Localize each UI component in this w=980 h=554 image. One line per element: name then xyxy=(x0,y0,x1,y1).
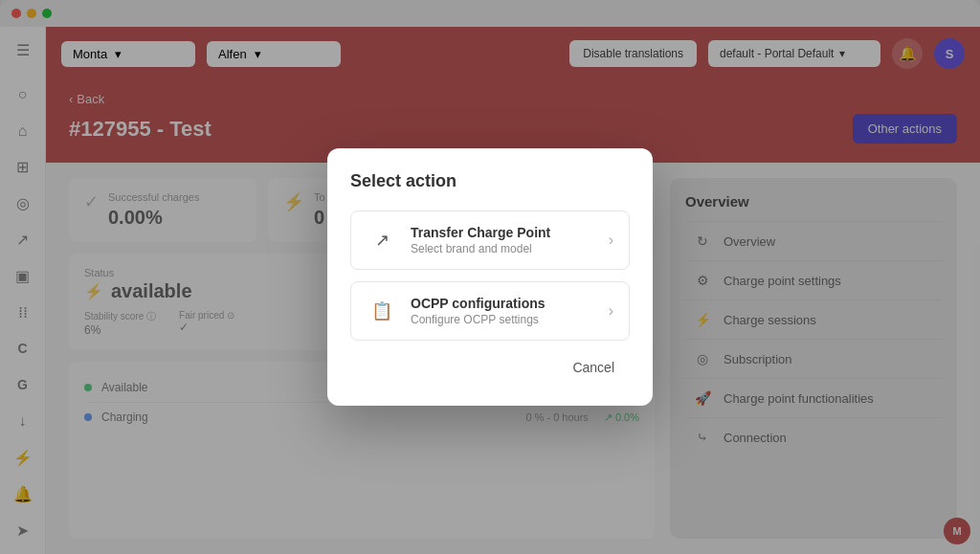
modal-option-transfer[interactable]: ↗ Transfer Charge Point Select brand and… xyxy=(350,211,630,270)
modal-title: Select action xyxy=(350,171,630,191)
modal-footer: Cancel xyxy=(350,352,630,383)
modal-option-transfer-text: Transfer Charge Point Select brand and m… xyxy=(411,225,595,255)
transfer-option-title: Transfer Charge Point xyxy=(411,225,595,240)
cancel-button[interactable]: Cancel xyxy=(557,352,630,383)
ocpp-option-subtitle: Configure OCPP settings xyxy=(411,313,595,326)
ocpp-icon: 📋 xyxy=(367,296,397,326)
ocpp-chevron-icon: › xyxy=(609,302,613,320)
ocpp-option-title: OCPP configurations xyxy=(411,296,595,311)
modal-option-ocpp-text: OCPP configurations Configure OCPP setti… xyxy=(411,296,595,326)
transfer-option-subtitle: Select brand and model xyxy=(411,242,595,255)
transfer-icon: ↗ xyxy=(367,225,397,255)
transfer-chevron-icon: › xyxy=(609,232,613,249)
modal-option-ocpp[interactable]: 📋 OCPP configurations Configure OCPP set… xyxy=(350,281,630,341)
modal-overlay[interactable]: Select action ↗ Transfer Charge Point Se… xyxy=(0,0,980,554)
modal: Select action ↗ Transfer Charge Point Se… xyxy=(327,148,653,406)
